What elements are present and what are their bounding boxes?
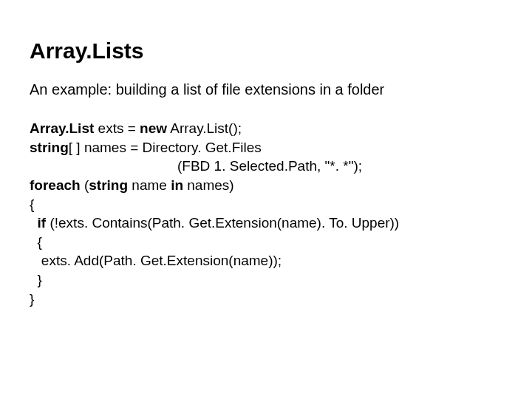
code-text: (!exts. Contains(Path. Get.Extension(nam… <box>46 215 399 231</box>
code-kw-in: in <box>171 177 183 193</box>
code-brace-open-inner: { <box>30 234 42 250</box>
code-kw-foreach: foreach <box>30 177 81 193</box>
code-text: exts. Add(Path. Get.Extension(name)); <box>30 253 282 268</box>
code-text-indented: (FBD 1. Selected.Path, "*. *"); <box>30 157 362 176</box>
slide-title: Array.Lists <box>30 38 502 63</box>
slide-subtitle: An example: building a list of file exte… <box>30 81 502 98</box>
code-text: ( <box>81 177 89 193</box>
code-block: Array.List exts = new Array.List(); stri… <box>30 119 502 308</box>
code-text <box>30 215 38 231</box>
code-text: [ ] names = Directory. Get.Files <box>69 140 262 155</box>
code-kw-string: string <box>30 140 69 155</box>
slide: Array.Lists An example: building a list … <box>0 0 532 399</box>
code-kw-arraylist-decl: Array.List <box>30 120 94 136</box>
code-text: names) <box>183 177 234 193</box>
code-brace-close: } <box>30 291 34 307</box>
code-brace-open: { <box>30 197 34 212</box>
code-text: Array.List(); <box>167 120 242 136</box>
code-text: name <box>128 177 171 193</box>
code-kw-string-loop: string <box>89 177 128 193</box>
code-text: exts = <box>94 120 140 136</box>
code-kw-if: if <box>38 215 47 231</box>
code-brace-close-inner: } <box>30 272 42 287</box>
code-kw-new: new <box>140 120 167 136</box>
